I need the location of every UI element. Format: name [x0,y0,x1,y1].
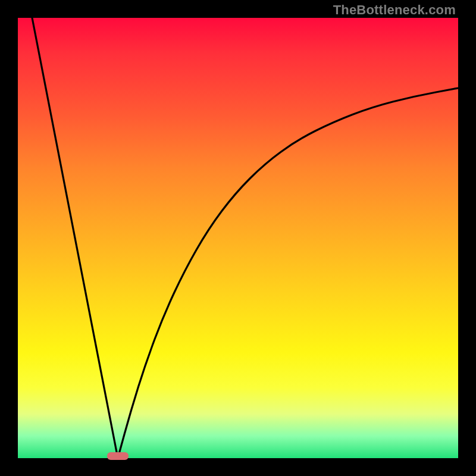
chart-frame: TheBottleneck.com [0,0,476,476]
optimal-marker [107,452,129,460]
plot-area [18,18,458,458]
watermark-text: TheBottleneck.com [333,2,456,18]
